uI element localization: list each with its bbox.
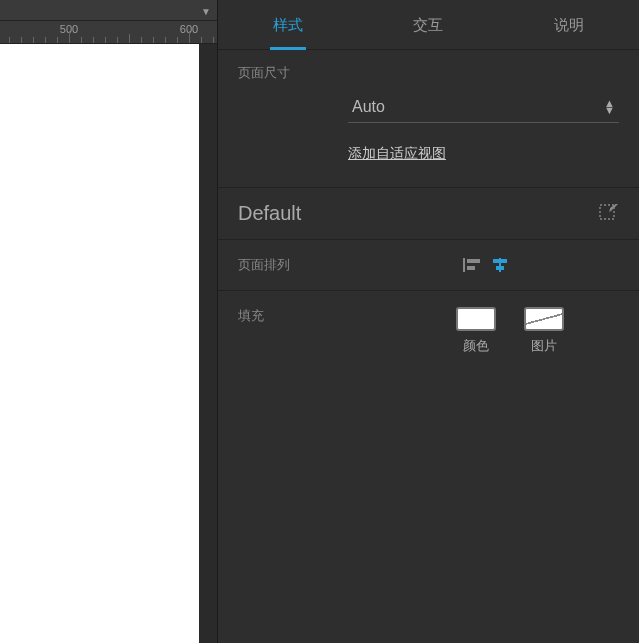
notes-icon[interactable] [599,204,619,223]
add-adaptive-view-link[interactable]: 添加自适应视图 [348,145,446,163]
svg-rect-3 [467,266,475,270]
fill-image-option[interactable]: 图片 [524,307,564,355]
tab-notes[interactable]: 说明 [499,0,639,50]
align-left-button[interactable] [463,258,481,272]
canvas-toolbar: ▼ [0,0,217,20]
svg-rect-5 [493,259,507,263]
tab-interaction[interactable]: 交互 [358,0,498,50]
page-align-section: 页面排列 [218,240,639,291]
page-size-value: Auto [352,98,385,116]
default-label: Default [238,202,301,225]
canvas-area: ▼ 500 600 [0,0,217,643]
page-align-label: 页面排列 [238,256,290,274]
dropdown-arrow-icon[interactable]: ▼ [201,6,211,17]
align-center-button[interactable] [491,258,509,272]
fill-section: 填充 颜色 图片 [218,291,639,371]
page-size-label: 页面尺寸 [238,64,619,82]
canvas[interactable] [0,44,199,643]
page-size-section: 页面尺寸 Auto ▲▼ 添加自适应视图 [218,50,639,188]
up-down-arrows-icon: ▲▼ [604,100,615,114]
svg-rect-2 [467,259,480,263]
color-swatch-icon [456,307,496,331]
fill-label: 填充 [238,307,456,355]
horizontal-ruler: 500 600 [0,20,217,44]
fill-color-option[interactable]: 颜色 [456,307,496,355]
tab-style[interactable]: 样式 [218,0,358,50]
properties-panel: 样式 交互 说明 页面尺寸 Auto ▲▼ 添加自适应视图 Default 页面… [217,0,639,643]
default-state-section: Default [218,188,639,240]
panel-tabs: 样式 交互 说明 [218,0,639,50]
image-swatch-icon [524,307,564,331]
fill-image-label: 图片 [531,337,557,355]
fill-color-label: 颜色 [463,337,489,355]
page-size-select[interactable]: Auto ▲▼ [348,92,619,123]
svg-rect-6 [496,266,504,270]
